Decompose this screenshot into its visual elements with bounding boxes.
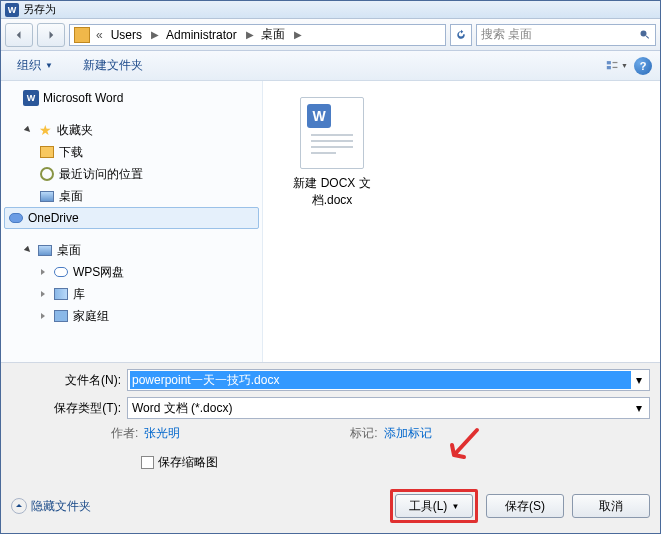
- body: WMicrosoft Word ★收藏夹 下载 最近访问的位置 桌面 OneDr…: [1, 81, 660, 363]
- tree-item-homegroup[interactable]: 家庭组: [1, 305, 262, 327]
- filetype-combo[interactable]: ▾: [127, 397, 650, 419]
- svg-rect-0: [607, 61, 611, 64]
- back-button[interactable]: [5, 23, 33, 47]
- homegroup-icon: [54, 310, 68, 322]
- svg-rect-1: [607, 66, 611, 69]
- collapse-icon[interactable]: [23, 245, 33, 255]
- star-icon: ★: [37, 122, 53, 138]
- filename-input[interactable]: [130, 371, 631, 389]
- organize-menu[interactable]: 组织▼: [9, 53, 61, 78]
- save-button[interactable]: 保存(S): [486, 494, 564, 518]
- expand-icon[interactable]: [39, 267, 49, 277]
- history-chevron-icon[interactable]: «: [92, 28, 107, 42]
- desktop-icon: [40, 191, 54, 202]
- tree-item-desktop[interactable]: 桌面: [1, 185, 262, 207]
- view-options-button[interactable]: ▼: [606, 55, 628, 77]
- cancel-button[interactable]: 取消: [572, 494, 650, 518]
- breadcrumb[interactable]: « Users ▶ Administrator ▶ 桌面 ▶: [69, 24, 446, 46]
- recent-icon: [40, 167, 54, 181]
- tree-item-downloads[interactable]: 下载: [1, 141, 262, 163]
- help-button[interactable]: ?: [634, 57, 652, 75]
- chevron-up-icon: [11, 498, 27, 514]
- word-icon: W: [23, 90, 39, 106]
- new-folder-button[interactable]: 新建文件夹: [75, 53, 151, 78]
- tags-value[interactable]: 添加标记: [384, 426, 432, 440]
- chevron-down-icon[interactable]: ▾: [631, 373, 647, 387]
- tree-item-word[interactable]: WMicrosoft Word: [1, 87, 262, 109]
- author-value[interactable]: 张光明: [144, 426, 180, 440]
- svg-rect-2: [613, 61, 618, 62]
- filetype-label: 保存类型(T):: [11, 400, 121, 417]
- expand-icon[interactable]: [39, 289, 49, 299]
- filetype-input[interactable]: [130, 399, 631, 417]
- search-placeholder: 搜索 桌面: [481, 26, 639, 43]
- tree-item-libraries[interactable]: 库: [1, 283, 262, 305]
- chevron-right-icon[interactable]: ▶: [148, 29, 162, 40]
- search-icon: [639, 29, 651, 41]
- chevron-down-icon: ▼: [621, 62, 628, 69]
- desktop-icon: [38, 245, 52, 256]
- file-list[interactable]: W 新建 DOCX 文档.docx: [263, 81, 660, 362]
- tags-label: 标记:: [350, 426, 377, 440]
- thumbnail-checkbox[interactable]: [141, 456, 154, 469]
- save-as-dialog: W 另存为 « Users ▶ Administrator ▶ 桌面 ▶ 搜索 …: [0, 0, 661, 534]
- breadcrumb-seg[interactable]: Administrator: [162, 28, 243, 42]
- tree-item-wps[interactable]: WPS网盘: [1, 261, 262, 283]
- thumbnail-label: 保存缩略图: [158, 454, 218, 471]
- svg-rect-3: [613, 66, 618, 67]
- chevron-down-icon: ▼: [45, 61, 53, 70]
- file-item[interactable]: W 新建 DOCX 文档.docx: [287, 97, 377, 209]
- breadcrumb-seg[interactable]: 桌面: [257, 26, 291, 43]
- filename-combo[interactable]: ▾: [127, 369, 650, 391]
- refresh-button[interactable]: [450, 24, 472, 46]
- downloads-icon: [40, 146, 54, 158]
- author-label: 作者:: [111, 426, 138, 440]
- breadcrumb-seg[interactable]: Users: [107, 28, 148, 42]
- folder-icon: [74, 27, 90, 43]
- tree-item-recent[interactable]: 最近访问的位置: [1, 163, 262, 185]
- chevron-right-icon[interactable]: ▶: [243, 29, 257, 40]
- search-input[interactable]: 搜索 桌面: [476, 24, 656, 46]
- hide-folders-toggle[interactable]: 隐藏文件夹: [11, 498, 91, 515]
- tools-button[interactable]: 工具(L)▼: [395, 494, 473, 518]
- chevron-down-icon: ▼: [451, 502, 459, 511]
- titlebar: W 另存为: [1, 1, 660, 19]
- folder-tree: WMicrosoft Word ★收藏夹 下载 最近访问的位置 桌面 OneDr…: [1, 81, 263, 362]
- docx-icon: W: [300, 97, 364, 169]
- nav-bar: « Users ▶ Administrator ▶ 桌面 ▶ 搜索 桌面: [1, 19, 660, 51]
- app-icon: W: [5, 3, 19, 17]
- expand-icon[interactable]: [39, 311, 49, 321]
- cloud-icon: [54, 267, 68, 277]
- chevron-right-icon[interactable]: ▶: [291, 29, 305, 40]
- onedrive-icon: [9, 213, 23, 223]
- file-name: 新建 DOCX 文档.docx: [287, 175, 377, 209]
- dialog-title: 另存为: [23, 2, 656, 17]
- tree-item-desktop-root[interactable]: 桌面: [1, 239, 262, 261]
- footer: 文件名(N): ▾ 保存类型(T): ▾ 作者:张光明 标记:添加标记 保存缩略…: [1, 363, 660, 533]
- chevron-down-icon[interactable]: ▾: [631, 401, 647, 415]
- toolbar: 组织▼ 新建文件夹 ▼ ?: [1, 51, 660, 81]
- forward-button[interactable]: [37, 23, 65, 47]
- filename-label: 文件名(N):: [11, 372, 121, 389]
- collapse-icon[interactable]: [23, 125, 33, 135]
- libraries-icon: [54, 288, 68, 300]
- annotation-highlight: 工具(L)▼: [390, 489, 478, 523]
- tree-item-favorites[interactable]: ★收藏夹: [1, 119, 262, 141]
- tree-item-onedrive[interactable]: OneDrive: [4, 207, 259, 229]
